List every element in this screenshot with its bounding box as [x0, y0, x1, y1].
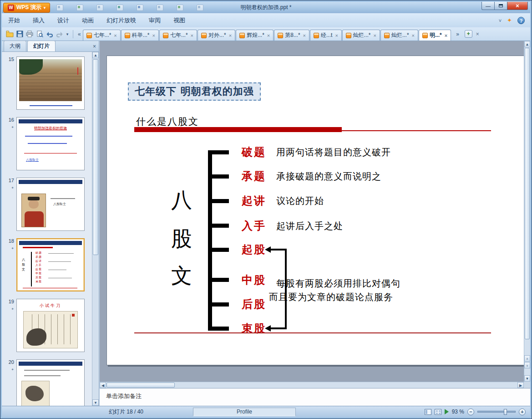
titlebar-doc-icon[interactable] — [197, 5, 203, 11]
group-note-line2[interactable]: 而且要为文章的破题论点服务 — [269, 291, 393, 303]
scrollbar-thumb[interactable] — [93, 59, 98, 255]
stage-description[interactable]: 承接破题的意义而说明之 — [276, 170, 381, 183]
scroll-down-icon[interactable]: ▼ — [92, 399, 99, 406]
scroll-tabs-right-button[interactable]: » — [454, 30, 461, 38]
next-slide-button[interactable]: » — [524, 362, 530, 368]
redo-button[interactable] — [55, 29, 65, 39]
tab-outline[interactable]: 大纲 — [4, 41, 26, 51]
print-button[interactable] — [25, 29, 35, 39]
wps-app-button[interactable]: W WPS 演示 ▾ — [3, 3, 50, 13]
tab-close-icon[interactable]: × — [303, 33, 306, 38]
red-accent-bar[interactable] — [134, 127, 342, 132]
stage-label[interactable]: 破题 — [238, 145, 270, 159]
vertical-title-char[interactable]: 股 — [169, 225, 194, 253]
maximize-button[interactable] — [495, 2, 507, 10]
titlebar-doc-icon[interactable] — [177, 5, 183, 11]
titlebar-doc-icon[interactable] — [157, 5, 163, 11]
tab-close-icon[interactable]: × — [445, 33, 447, 38]
zoom-slider-thumb[interactable] — [504, 409, 507, 415]
save-button[interactable] — [15, 29, 25, 39]
scrollbar-thumb[interactable] — [106, 383, 175, 388]
titlebar-doc-icon[interactable] — [117, 5, 123, 11]
tab-close-icon[interactable]: × — [152, 33, 155, 38]
thumbnail-preview[interactable]: 八股取士 — [16, 178, 85, 231]
promo-icon[interactable]: ✦ — [507, 17, 512, 24]
menu-start[interactable]: 开始 — [2, 14, 26, 27]
thumbnail-row-18-selected[interactable]: 18✦ 八 股 文 破题 承题 起讲 — [2, 238, 92, 291]
thumbnail-scrollbar[interactable]: ▲ ▼ — [92, 52, 99, 406]
collapse-ribbon-icon[interactable]: ˅ — [499, 18, 502, 23]
scroll-down-icon[interactable]: ▼ — [524, 375, 530, 382]
vertical-title-char[interactable]: 八 — [169, 186, 194, 215]
doc-tab[interactable]: 七年...*× — [159, 30, 197, 41]
quick-access-dropdown-icon[interactable]: ▾ — [65, 29, 70, 39]
scrollbar-thumb[interactable] — [525, 48, 530, 339]
minimize-button[interactable]: — — [481, 2, 495, 10]
thumbnail-preview[interactable]: 小试牛刀 — [16, 299, 85, 352]
new-tab-button[interactable]: + — [465, 30, 472, 38]
tab-slides[interactable]: 幻灯片 — [27, 41, 56, 51]
zoom-in-button[interactable]: + — [519, 409, 526, 415]
titlebar-doc-icon[interactable] — [56, 5, 63, 11]
stage-label[interactable]: 起讲 — [238, 194, 270, 208]
notes-area[interactable]: 单击添加备注 — [100, 388, 530, 406]
stage-label[interactable]: 承题 — [238, 169, 270, 184]
scroll-tabs-left-button[interactable]: « — [76, 30, 83, 38]
thumbnail-row-16[interactable]: 16✦ 明朝加强君权的措施 八股取士 — [2, 117, 92, 170]
tab-close-icon[interactable]: × — [267, 33, 270, 38]
menu-review[interactable]: 审阅 — [142, 14, 167, 27]
stage-description[interactable]: 议论的开始 — [276, 195, 324, 207]
zoom-slider[interactable] — [477, 411, 516, 413]
undo-button[interactable] — [45, 29, 55, 39]
scroll-up-icon[interactable]: ▲ — [92, 52, 99, 58]
doc-tab[interactable]: 辉煌...*× — [236, 30, 274, 41]
titlebar-doc-icon[interactable] — [96, 5, 103, 11]
thumbnail-row-15[interactable]: 15 — [2, 56, 92, 110]
vertical-title-char[interactable]: 文 — [169, 262, 194, 290]
red-bottom-line[interactable] — [134, 332, 491, 333]
zoom-out-button[interactable]: − — [467, 409, 474, 415]
panel-close-icon[interactable]: × — [93, 43, 96, 50]
doc-tab[interactable]: 科举...*× — [121, 30, 159, 41]
slideshow-play-button[interactable] — [445, 409, 449, 414]
tab-close-icon[interactable]: × — [373, 33, 376, 38]
menu-slideshow[interactable]: 幻灯片放映 — [100, 14, 142, 27]
stage-label[interactable]: 入手 — [238, 219, 270, 233]
slide-title-box[interactable]: 七年级下 明朝君权的加强 — [128, 82, 261, 101]
horizontal-scrollbar[interactable]: ◀ ▶ — [100, 382, 524, 388]
titlebar-doc-icon[interactable] — [76, 5, 83, 11]
scroll-up-icon[interactable]: ▲ — [524, 41, 530, 47]
thumbnail-preview[interactable]: 明朝加强君权的措施 八股取士 — [16, 117, 85, 170]
menu-insert[interactable]: 插入 — [26, 14, 51, 27]
tab-close-icon[interactable]: × — [114, 33, 117, 38]
doc-tab-active[interactable]: 明...*× — [419, 30, 451, 41]
thumbnail-row-19[interactable]: 19✦ 小试牛刀 — [2, 299, 92, 352]
doc-tab[interactable]: 七年...*× — [83, 30, 121, 41]
thumbnail-preview[interactable] — [16, 56, 85, 110]
open-button[interactable] — [5, 29, 15, 39]
slide-heading[interactable]: 什么是八股文 — [136, 115, 199, 128]
doc-tab[interactable]: 灿烂...*× — [342, 30, 380, 41]
tab-close-icon[interactable]: × — [229, 33, 232, 38]
normal-view-button[interactable] — [425, 409, 431, 415]
stage-label[interactable]: 中股 — [238, 273, 270, 287]
tab-close-icon[interactable]: × — [412, 33, 415, 38]
tab-close-icon[interactable]: × — [335, 33, 338, 38]
stage-description[interactable]: 用两句话将题目的意义破开 — [276, 146, 391, 158]
thumbnail-preview[interactable] — [16, 359, 85, 406]
slide-canvas[interactable]: 七年级下 明朝君权的加强 什么是八股文 八 股 文 — [100, 41, 524, 382]
menu-design[interactable]: 设计 — [51, 14, 76, 27]
thumbnail-row-17[interactable]: 17✦ 八股取士 — [2, 178, 92, 231]
doc-tab[interactable]: 经...t× — [310, 30, 342, 41]
help-button[interactable]: ? — [517, 17, 525, 24]
menu-view[interactable]: 视图 — [167, 14, 192, 27]
group-note-line1[interactable]: 每股有两股必须用排比对偶句 — [276, 277, 400, 290]
previous-slide-button[interactable]: « — [524, 355, 530, 362]
vertical-scrollbar[interactable]: ▲ « » ▼ — [524, 41, 530, 382]
thumbnail-preview[interactable]: 八 股 文 破题 承题 起讲 入手 起股 中股 后股 — [16, 238, 85, 291]
tab-close-icon[interactable]: × — [191, 33, 193, 38]
menu-animation[interactable]: 动画 — [76, 14, 100, 27]
scroll-left-icon[interactable]: ◀ — [100, 382, 106, 388]
doc-tab[interactable]: 第8...*× — [274, 30, 309, 41]
print-preview-button[interactable] — [35, 29, 45, 39]
